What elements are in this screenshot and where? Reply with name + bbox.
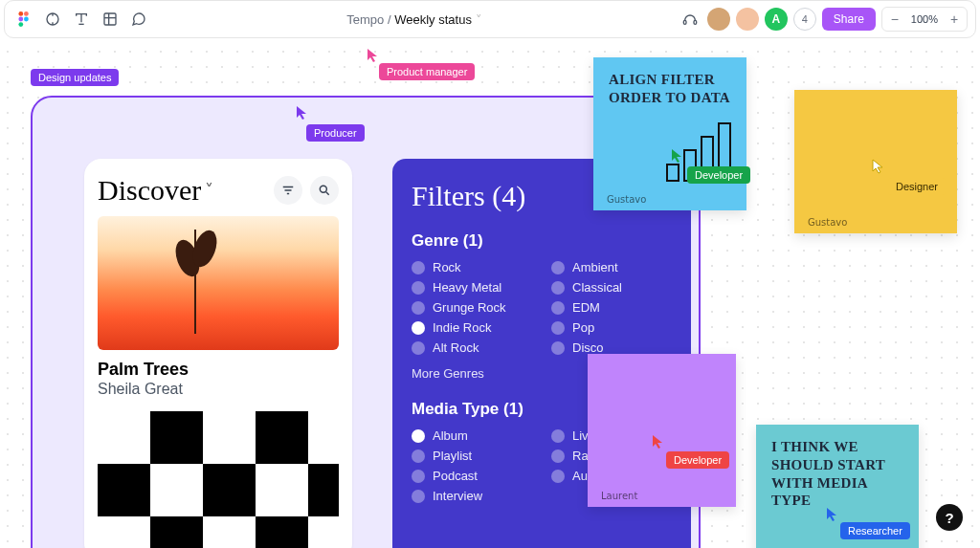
cursor-product-manager bbox=[366, 48, 381, 63]
cursor-label-developer: Developer bbox=[687, 166, 750, 184]
svg-rect-2 bbox=[18, 17, 23, 22]
cursor-developer bbox=[670, 148, 685, 164]
cursor-label-designer: Designer bbox=[888, 178, 946, 195]
sticky-text: Align filter order to data bbox=[609, 71, 731, 107]
filter-option[interactable]: EDM bbox=[551, 300, 672, 315]
song-artist: Sheila Great bbox=[98, 381, 339, 398]
filter-icon[interactable] bbox=[274, 176, 302, 205]
search-icon[interactable] bbox=[310, 176, 339, 205]
song-title: Palm Trees bbox=[98, 360, 339, 380]
avatar[interactable] bbox=[707, 8, 730, 31]
move-tool-icon[interactable] bbox=[41, 8, 64, 31]
zoom-in-button[interactable]: + bbox=[944, 9, 965, 30]
svg-rect-8 bbox=[694, 20, 697, 24]
breadcrumb-project[interactable]: Tempo bbox=[346, 12, 384, 27]
sticky-author: Gustavo bbox=[808, 217, 847, 228]
filter-option[interactable]: Rock bbox=[412, 260, 532, 274]
filter-option[interactable]: Album bbox=[412, 428, 532, 443]
user-count-badge[interactable]: 4 bbox=[793, 8, 816, 31]
section-tool-icon[interactable] bbox=[99, 8, 122, 31]
cursor-designer bbox=[871, 159, 886, 174]
svg-rect-4 bbox=[18, 22, 23, 27]
avatar-self[interactable]: A bbox=[765, 8, 788, 31]
svg-rect-0 bbox=[18, 11, 23, 16]
filter-option[interactable]: Alt Rock bbox=[412, 340, 532, 355]
cursor-label-developer: Developer bbox=[666, 451, 729, 469]
filter-option[interactable]: Disco bbox=[551, 340, 672, 355]
zoom-out-button[interactable]: − bbox=[884, 9, 905, 30]
checker-art bbox=[98, 411, 339, 548]
cursor-label-researcher: Researcher bbox=[840, 522, 910, 539]
filters-title: Filters (4) bbox=[412, 180, 525, 212]
sticky-author: Gustavo bbox=[607, 194, 646, 205]
sticky-note[interactable]: Align filter order to data Gustavo bbox=[593, 57, 746, 210]
svg-rect-6 bbox=[104, 13, 116, 25]
filter-option[interactable]: Pop bbox=[551, 320, 672, 335]
filter-option[interactable]: Playlist bbox=[412, 449, 532, 463]
filter-option[interactable]: Indie Rock bbox=[412, 320, 532, 335]
figma-menu-icon[interactable] bbox=[12, 8, 35, 31]
section-label[interactable]: Design updates bbox=[31, 69, 119, 86]
top-toolbar: Tempo / Weekly status ˅ A 4 Share − 100%… bbox=[4, 0, 976, 38]
svg-point-9 bbox=[320, 186, 326, 192]
chevron-down-icon[interactable]: ˅ bbox=[205, 180, 213, 201]
cursor-label-product-manager: Product manager bbox=[379, 63, 475, 80]
genre-heading: Genre (1) bbox=[412, 231, 672, 251]
svg-rect-1 bbox=[24, 11, 29, 16]
filter-option[interactable]: Heavy Metal bbox=[412, 280, 532, 295]
discover-title[interactable]: Discover ˅ bbox=[98, 174, 213, 207]
frame-tool-icon[interactable] bbox=[70, 8, 93, 31]
cursor-developer bbox=[651, 434, 666, 449]
hero-image bbox=[98, 216, 339, 350]
filter-option[interactable]: Interview bbox=[412, 489, 532, 503]
audio-icon[interactable] bbox=[679, 8, 702, 31]
sticky-author: Laurent bbox=[601, 491, 637, 501]
breadcrumb-page[interactable]: Weekly status bbox=[394, 12, 472, 27]
zoom-control: − 100% + bbox=[881, 7, 968, 32]
sticky-note[interactable]: Laurent bbox=[588, 354, 736, 507]
svg-rect-7 bbox=[683, 20, 686, 24]
share-button[interactable]: Share bbox=[822, 8, 876, 31]
comment-tool-icon[interactable] bbox=[127, 8, 150, 31]
sticky-text: I think we should start with media type bbox=[771, 438, 903, 510]
discover-card[interactable]: Discover ˅ Palm Trees Sheila Great bbox=[84, 159, 352, 548]
filter-option[interactable]: Podcast bbox=[412, 469, 532, 483]
cursor-label-producer: Producer bbox=[306, 124, 365, 142]
help-button[interactable]: ? bbox=[936, 504, 963, 531]
filter-option[interactable]: Classical bbox=[551, 280, 672, 295]
cursor-producer bbox=[295, 105, 310, 121]
breadcrumb[interactable]: Tempo / Weekly status ˅ bbox=[150, 12, 679, 27]
zoom-label[interactable]: 100% bbox=[907, 13, 942, 25]
filter-option[interactable]: Ambient bbox=[551, 260, 672, 274]
cursor-researcher bbox=[825, 507, 840, 522]
svg-point-3 bbox=[24, 17, 29, 22]
filter-option[interactable]: Grunge Rock bbox=[412, 300, 532, 315]
avatar[interactable] bbox=[736, 8, 759, 31]
